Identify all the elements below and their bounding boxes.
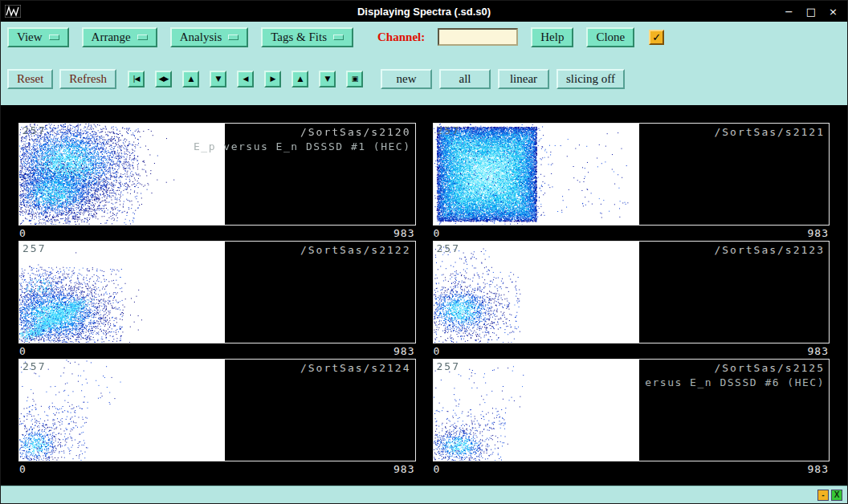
x-axis-min-label: 0 — [434, 463, 441, 475]
new-button[interactable]: new — [381, 69, 432, 89]
panel-text: /SortSas/s2122 — [300, 243, 411, 258]
spectrum-canvas[interactable] — [434, 242, 639, 343]
reset-button[interactable]: Reset — [7, 69, 53, 89]
x-axis-max-label: 983 — [808, 463, 829, 475]
view-button-group: new all linear slicing off — [381, 69, 625, 89]
tag-checkbox[interactable]: ✓ — [649, 30, 664, 45]
spectrum-block: 257 /SortSas/s2122 0 983 — [18, 241, 416, 359]
statusbar-minimize-icon[interactable]: - — [817, 490, 829, 501]
spectrum-id: /SortSas/s2122 — [300, 243, 411, 258]
spectrum-canvas[interactable] — [434, 360, 639, 461]
nav-right-button[interactable]: ▶ — [264, 71, 281, 87]
spectrum-panel-s2125[interactable]: 257 /SortSas/s2125 ersus E_n DSSSD #6 (H… — [433, 359, 830, 461]
x-axis: 0 983 — [18, 226, 416, 241]
menu-indicator-icon — [49, 35, 59, 40]
spectrum-block: 257 /SortSas/s2121 0 983 — [433, 123, 830, 241]
x-axis-min-label: 0 — [19, 345, 26, 357]
menu-analysis[interactable]: Analysis — [170, 27, 249, 47]
clone-button-label: Clone — [596, 30, 625, 44]
linear-button-label: linear — [510, 72, 537, 86]
clone-button[interactable]: Clone — [586, 27, 634, 47]
help-button-label: Help — [540, 30, 564, 44]
menu-arrange[interactable]: Arrange — [82, 27, 157, 47]
nav-full-view-button[interactable]: ▣ — [346, 71, 363, 87]
spectrum-panel-s2123[interactable]: 257 /SortSas/s2123 — [433, 241, 830, 343]
plot-area[interactable] — [434, 124, 639, 225]
menu-analysis-label: Analysis — [180, 30, 222, 44]
y-axis-max-label: 257 — [437, 242, 460, 254]
x-axis-min-label: 0 — [434, 227, 441, 239]
x-axis-min-label: 0 — [19, 463, 26, 475]
spectrum-canvas[interactable] — [434, 124, 639, 225]
nav-page-down-button[interactable]: ▼ — [210, 71, 226, 87]
nav-full-view-icon: ▣ — [352, 75, 358, 83]
titlebar[interactable]: Displaying Spectra (.sd.s0) − □ × — [1, 1, 847, 22]
spectrum-block: 257 /SortSas/s2125 ersus E_n DSSSD #6 (H… — [433, 359, 830, 477]
plot-area[interactable] — [434, 242, 639, 343]
spectrum-panel-s2124[interactable]: 257 /SortSas/s2124 — [18, 359, 416, 461]
nav-first-icon: |◀ — [133, 75, 140, 83]
slicing-off-button[interactable]: slicing off — [556, 69, 625, 89]
linear-button[interactable]: linear — [498, 69, 549, 89]
panel-text: /SortSas/s2120 E_p versus E_n DSSSD #1 (… — [194, 125, 410, 154]
menu-view[interactable]: View — [7, 27, 69, 47]
app-waveform-icon — [5, 5, 21, 18]
all-button[interactable]: all — [439, 69, 491, 89]
plot-area[interactable] — [19, 242, 225, 343]
nav-down-button[interactable]: ▼ — [319, 71, 336, 87]
nav-page-up-icon: ▲ — [189, 75, 194, 83]
nav-up-button[interactable]: ▲ — [292, 71, 308, 87]
nav-down-icon: ▼ — [325, 75, 330, 83]
panel-text: /SortSas/s2123 — [714, 243, 825, 258]
y-axis-max-label: 257 — [22, 124, 46, 136]
x-axis: 0 983 — [18, 343, 416, 359]
spectrum-panel-s2122[interactable]: 257 /SortSas/s2122 — [18, 241, 416, 343]
refresh-button[interactable]: Refresh — [59, 69, 116, 89]
y-axis-max-label: 257 — [22, 242, 46, 254]
window-maximize-icon[interactable]: □ — [806, 6, 816, 18]
x-axis-max-label: 983 — [393, 463, 414, 475]
menu-indicator-icon — [137, 35, 148, 40]
y-axis-max-label: 257 — [437, 360, 460, 372]
nav-left-button[interactable]: ◀ — [237, 71, 254, 87]
spectrum-panel-s2121[interactable]: 257 /SortSas/s2121 — [433, 123, 830, 226]
menubar: View Arrange Analysis Tags & Fits Channe… — [1, 22, 847, 52]
spectrum-canvas[interactable] — [19, 242, 225, 343]
nav-page-up-button[interactable]: ▲ — [182, 71, 199, 87]
statusbar-close-icon[interactable]: X — [831, 490, 842, 501]
x-axis: 0 983 — [433, 226, 830, 241]
menu-tags-fits[interactable]: Tags & Fits — [261, 27, 353, 47]
spectrum-id: /SortSas/s2121 — [714, 125, 825, 140]
channel-input[interactable] — [438, 28, 518, 46]
nav-first-button[interactable]: |◀ — [128, 71, 145, 87]
x-axis: 0 983 — [433, 461, 830, 477]
x-axis-min-label: 0 — [434, 345, 441, 357]
new-button-label: new — [396, 72, 416, 86]
help-button[interactable]: Help — [531, 27, 573, 47]
statusbar: - X — [1, 486, 847, 503]
window-close-icon[interactable]: × — [829, 6, 838, 18]
menu-indicator-icon — [228, 35, 238, 40]
window-minimize-icon[interactable]: − — [785, 6, 793, 18]
plot-area[interactable] — [19, 360, 225, 461]
spectrum-id: /SortSas/s2125 — [645, 361, 825, 376]
nav-left-icon: ◀ — [243, 75, 248, 83]
nav-prev-next-button[interactable]: ◀▶ — [155, 71, 172, 87]
menu-view-label: View — [17, 30, 43, 44]
spectrum-subtitle: E_p versus E_n DSSSD #1 (HEC) — [194, 140, 410, 154]
x-axis-min-label: 0 — [19, 227, 26, 239]
y-axis-max-label: 257 — [437, 124, 460, 136]
plot-area[interactable] — [434, 360, 639, 461]
spectrum-canvas[interactable] — [19, 360, 225, 461]
toolbar: Reset Refresh |◀ ◀▶ ▲ ▼ ◀ ▶ ▲ ▼ ▣ new al… — [1, 52, 847, 105]
spectrum-id: /SortSas/s2120 — [194, 125, 410, 140]
y-axis-max-label: 257 — [22, 360, 46, 372]
slicing-off-button-label: slicing off — [566, 72, 615, 86]
spectrum-panel-s2120[interactable]: 257 /SortSas/s2120 E_p versus E_n DSSSD … — [18, 123, 416, 226]
x-axis-max-label: 983 — [808, 227, 829, 239]
nav-button-group: |◀ ◀▶ ▲ ▼ ◀ ▶ ▲ ▼ ▣ — [128, 71, 369, 87]
x-axis-max-label: 983 — [393, 227, 414, 239]
panel-text: /SortSas/s2124 — [300, 361, 411, 376]
spectrum-block: 257 /SortSas/s2124 0 983 — [18, 359, 416, 477]
spectrum-id: /SortSas/s2124 — [300, 361, 411, 376]
